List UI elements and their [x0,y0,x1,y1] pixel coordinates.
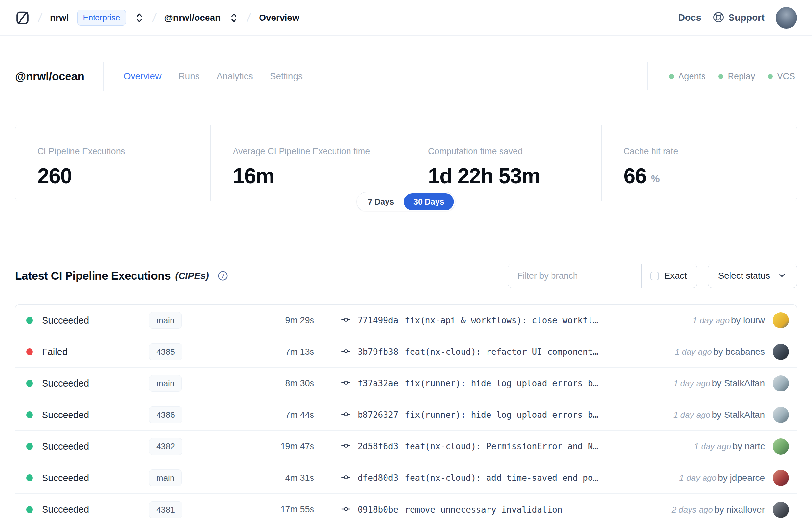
stat-ci-pipeline-executions: CI Pipeline Executions 260 [15,125,211,201]
git-commit-icon [341,440,351,452]
duration: 19m 47s [204,441,315,452]
breadcrumb-org[interactable]: nrwl [50,13,69,23]
stat-value: 16m [233,165,274,186]
branch-badge[interactable]: 4381 [149,501,182,518]
stat-value: 260 [37,165,72,186]
svg-text:?: ? [221,273,225,279]
branch-filter-input[interactable] [508,264,642,287]
docs-link[interactable]: Docs [678,12,701,23]
author[interactable]: nixallover [726,505,765,515]
author[interactable]: nartc [745,441,765,451]
branch-badge[interactable]: main [149,375,182,392]
status-dot [26,317,33,324]
tab-settings[interactable]: Settings [270,71,303,81]
exact-label: Exact [664,271,687,281]
chevron-down-icon [777,270,787,281]
status-dot [26,411,33,418]
author-avatar[interactable] [773,312,789,328]
range-30-days-button[interactable]: 30 Days [404,193,454,210]
tab-overview[interactable]: Overview [124,71,162,81]
author-avatar[interactable] [773,470,789,486]
commit-message: remove unnecessary invalidation [405,505,562,515]
table-row[interactable]: Succeeded main 8m 30s f37a32ae fix(runne… [15,368,797,399]
help-icon[interactable]: ? [217,270,228,281]
branch-badge[interactable]: main [149,312,182,329]
range-7-days-button[interactable]: 7 Days [358,193,404,210]
status-label: Succeeded [42,441,149,452]
service-status-agents[interactable]: Agents [669,72,705,81]
author[interactable]: jdpearce [730,473,765,483]
author-avatar[interactable] [773,344,789,360]
duration: 7m 44s [204,410,315,420]
cipes-table: Succeeded main 9m 29s 771499da fix(nx-ap… [15,304,797,525]
status-dot [26,443,33,450]
stat-computation-time-saved: Computation time saved 1d 22h 53m [406,125,601,201]
breadcrumb-separator: / [152,11,157,25]
user-avatar[interactable] [776,7,797,29]
date-range-toggle: 7 Days 30 Days [356,192,455,211]
duration: 7m 13s [204,347,315,357]
stat-value: 66 [624,165,646,186]
stat-value: 1d 22h 53m [428,165,540,186]
author-avatar[interactable] [773,501,789,518]
status-label: Failed [42,347,149,357]
exact-checkbox[interactable] [650,272,659,280]
author-avatar[interactable] [773,375,789,391]
tab-runs[interactable]: Runs [178,71,199,81]
divider [103,62,104,91]
git-commit-icon [341,504,351,515]
status-label: Succeeded [42,473,149,483]
branch-badge[interactable]: 4385 [149,343,182,360]
time-ago: 1 day ago [694,441,731,451]
table-row[interactable]: Succeeded 4381 17m 55s 0918b0be remove u… [15,494,797,525]
divider [647,62,648,90]
commit-hash[interactable]: 2d58f6d3 [357,441,398,451]
commit-hash[interactable]: 3b79fb38 [357,347,398,357]
commit-hash[interactable]: b8726327 [357,410,398,420]
commit-hash[interactable]: 0918b0be [357,505,398,515]
commit-hash[interactable]: dfed80d3 [357,473,398,483]
workspace-switcher-chevron-icon[interactable] [229,11,239,24]
duration: 4m 31s [204,473,315,483]
commit-hash[interactable]: f37a32ae [357,378,398,388]
branch-filter-group: Exact [508,264,697,288]
author-avatar[interactable] [773,438,789,454]
select-status-dropdown[interactable]: Select status [708,264,797,288]
exact-match-toggle[interactable]: Exact [642,264,697,287]
stats-card-row: CI Pipeline Executions 260 Average CI Pi… [15,125,797,201]
section-title-suffix: (CIPEs) [175,271,209,281]
time-ago: 1 day ago [679,473,717,483]
table-row[interactable]: Succeeded 4382 19m 47s 2d58f6d3 feat(nx-… [15,431,797,462]
duration: 17m 55s [204,505,315,515]
breadcrumb-workspace[interactable]: @nrwl/ocean [164,13,221,23]
time-ago: 1 day ago [673,378,710,388]
status-label: Succeeded [42,410,149,420]
org-switcher-chevron-icon[interactable] [135,11,144,24]
table-row[interactable]: Succeeded main 4m 31s dfed80d3 feat(nx-c… [15,462,797,494]
time-ago: 2 days ago [672,505,713,515]
service-status-replay[interactable]: Replay [718,72,755,81]
top-navigation-bar: / nrwl Enterprise / @nrwl/ocean / Overvi… [0,0,812,36]
time-ago: 1 day ago [673,410,710,420]
branch-badge[interactable]: 4382 [149,438,182,455]
status-label: Succeeded [42,315,149,326]
author-avatar[interactable] [773,407,789,423]
nx-cloud-logo-icon[interactable] [15,10,30,26]
author[interactable]: StalkAltan [724,378,765,388]
support-link[interactable]: Support [712,11,765,25]
commit-hash[interactable]: 771499da [357,315,398,325]
lifebuoy-icon [712,11,725,25]
status-dot [669,74,674,79]
tab-analytics[interactable]: Analytics [217,71,253,81]
branch-badge[interactable]: 4386 [149,406,182,423]
branch-badge[interactable]: main [149,469,182,486]
commit-message: feat(nx-cloud): refactor UI component… [405,347,598,357]
table-row[interactable]: Succeeded main 9m 29s 771499da fix(nx-ap… [15,305,797,336]
service-status-vcs[interactable]: VCS [768,72,795,81]
author[interactable]: StalkAltan [724,410,765,420]
table-row[interactable]: Failed 4385 7m 13s 3b79fb38 feat(nx-clou… [15,336,797,368]
table-row[interactable]: Succeeded 4386 7m 44s b8726327 fix(runne… [15,399,797,431]
commit-message: fix(nx-api & workflows): close workfl… [405,315,598,325]
author[interactable]: bcabanes [725,347,765,357]
author[interactable]: lourw [743,315,765,325]
